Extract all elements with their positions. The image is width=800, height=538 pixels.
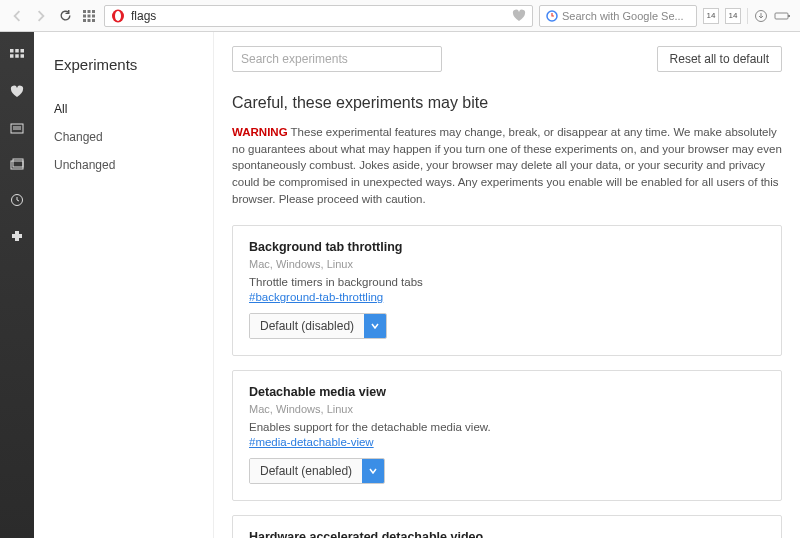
flag-anchor-link[interactable]: #background-tab-throttling — [249, 291, 383, 303]
dropdown-label: Default (disabled) — [250, 314, 364, 338]
google-search-bar[interactable]: Search with Google Se... — [539, 5, 697, 27]
svg-rect-7 — [88, 19, 91, 22]
experiments-sidebar: Experiments All Changed Unchanged — [34, 32, 214, 538]
address-bar[interactable]: flags — [104, 5, 533, 27]
address-text: flags — [131, 9, 506, 23]
reset-all-button[interactable]: Reset all to default — [657, 46, 782, 72]
speed-dial-button[interactable] — [80, 7, 98, 25]
google-icon — [546, 10, 558, 22]
history-icon[interactable] — [9, 192, 25, 208]
back-button[interactable] — [8, 7, 26, 25]
svg-rect-3 — [83, 14, 86, 17]
flag-title: Background tab throttling — [249, 240, 765, 254]
flag-title: Detachable media view — [249, 385, 765, 399]
search-placeholder-text: Search experiments — [241, 52, 348, 66]
download-icon[interactable] — [754, 9, 768, 23]
flag-card: Background tab throttling Mac, Windows, … — [232, 225, 782, 356]
search-experiments-input[interactable]: Search experiments — [232, 46, 442, 72]
tabs-icon[interactable] — [9, 156, 25, 172]
svg-rect-8 — [92, 19, 95, 22]
svg-rect-18 — [10, 54, 14, 58]
flag-card: Hardware accelerated detachable video Ma… — [232, 515, 782, 538]
flag-platforms: Mac, Windows, Linux — [249, 403, 765, 415]
flag-title: Hardware accelerated detachable video — [249, 530, 765, 538]
flag-description: Throttle timers in background tabs — [249, 276, 765, 288]
speed-dial-icon[interactable] — [9, 48, 25, 64]
content-area: Search experiments Reset all to default … — [214, 32, 800, 538]
flag-card: Detachable media view Mac, Windows, Linu… — [232, 370, 782, 501]
news-icon[interactable] — [9, 120, 25, 136]
sidebar-item-all[interactable]: All — [54, 95, 213, 123]
svg-rect-0 — [83, 10, 86, 13]
extensions-icon[interactable] — [9, 228, 25, 244]
svg-rect-20 — [21, 54, 25, 58]
toolbar-right-icons: 14 14 — [703, 8, 792, 24]
reload-button[interactable] — [56, 7, 74, 25]
page-title: Experiments — [54, 56, 213, 73]
flag-platforms: Mac, Windows, Linux — [249, 258, 765, 270]
svg-rect-14 — [788, 15, 790, 17]
svg-rect-4 — [88, 14, 91, 17]
svg-rect-5 — [92, 14, 95, 17]
svg-rect-6 — [83, 19, 86, 22]
opera-icon — [111, 9, 125, 23]
svg-rect-13 — [775, 13, 788, 19]
forward-button[interactable] — [32, 7, 50, 25]
warning-text: These experimental features may change, … — [232, 126, 782, 205]
svg-rect-19 — [15, 54, 19, 58]
extension-badge-1[interactable]: 14 — [703, 8, 719, 24]
sidebar-item-changed[interactable]: Changed — [54, 123, 213, 151]
flag-description: Enables support for the detachable media… — [249, 421, 765, 433]
svg-rect-2 — [92, 10, 95, 13]
svg-rect-1 — [88, 10, 91, 13]
search-placeholder: Search with Google Se... — [562, 10, 684, 22]
browser-toolbar: flags Search with Google Se... 14 14 — [0, 0, 800, 32]
svg-rect-25 — [13, 159, 23, 167]
heart-sidebar-icon[interactable] — [9, 84, 25, 100]
svg-rect-17 — [21, 49, 25, 53]
separator — [747, 8, 748, 24]
extension-badge-2[interactable]: 14 — [725, 8, 741, 24]
svg-point-10 — [115, 11, 121, 21]
warning-block: WARNING These experimental features may … — [232, 124, 782, 207]
flag-anchor-link[interactable]: #media-detachable-view — [249, 436, 374, 448]
battery-icon[interactable] — [774, 10, 792, 22]
chevron-down-icon — [362, 459, 384, 483]
warning-label: WARNING — [232, 126, 288, 138]
svg-rect-15 — [10, 49, 14, 53]
warning-heading: Careful, these experiments may bite — [232, 94, 782, 112]
flag-dropdown[interactable]: Default (disabled) — [249, 313, 387, 339]
chevron-down-icon — [364, 314, 386, 338]
svg-rect-16 — [15, 49, 19, 53]
vertical-activity-bar — [0, 32, 34, 538]
heart-icon[interactable] — [512, 9, 526, 23]
flag-dropdown[interactable]: Default (enabled) — [249, 458, 385, 484]
dropdown-label: Default (enabled) — [250, 459, 362, 483]
sidebar-item-unchanged[interactable]: Unchanged — [54, 151, 213, 179]
